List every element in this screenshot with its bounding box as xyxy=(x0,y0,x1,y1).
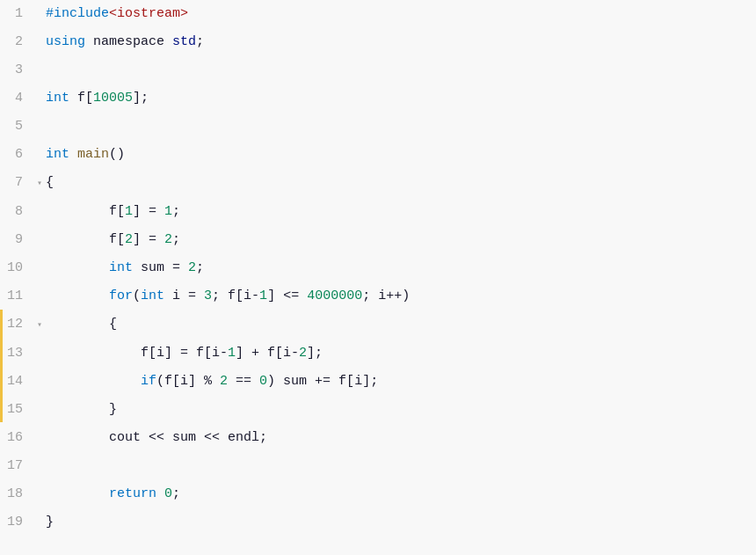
token: f[ xyxy=(46,204,125,219)
line-content: f[i] = f[i-1] + f[i-2]; xyxy=(46,340,756,368)
token: f[ xyxy=(46,232,125,247)
line-number: 1 xyxy=(0,0,33,28)
token: 0 xyxy=(259,374,267,389)
token: 2 xyxy=(164,232,172,247)
code-line: 6int main() xyxy=(0,141,756,169)
line-number: 19 xyxy=(0,508,33,537)
token: for xyxy=(109,288,133,303)
line-content xyxy=(46,113,756,141)
token: cout << sum << endl; xyxy=(46,430,267,445)
line-number: 15 xyxy=(0,396,33,424)
token: } xyxy=(46,402,117,417)
line-number: 4 xyxy=(0,84,33,113)
token: int xyxy=(141,288,164,303)
token: (f[i] % xyxy=(156,374,220,389)
token: ; i++) xyxy=(362,288,410,303)
line-content: { xyxy=(46,310,756,339)
token: ; xyxy=(172,486,180,501)
line-content: } xyxy=(46,396,756,424)
code-line: 8 f[1] = 1; xyxy=(0,198,756,226)
token: } xyxy=(46,515,54,529)
fold-arrow-icon[interactable]: ▾ xyxy=(33,170,46,198)
token: 0 xyxy=(164,486,172,501)
token: namespace xyxy=(85,34,172,49)
token: 1 xyxy=(228,346,236,361)
token: ] = xyxy=(133,232,164,247)
token: #include xyxy=(46,6,109,21)
line-content xyxy=(46,56,756,84)
code-line: 13 f[i] = f[i-1] + f[i-2]; xyxy=(0,340,756,368)
token: ]; xyxy=(133,91,149,106)
line-number: 3 xyxy=(0,56,33,84)
token: 2 xyxy=(299,346,307,361)
code-line: 5 xyxy=(0,113,756,141)
code-line: 3 xyxy=(0,56,756,84)
token: 10005 xyxy=(93,91,133,106)
line-content: #include<iostream> xyxy=(46,0,756,28)
token: f[ xyxy=(69,91,93,106)
line-number: 14 xyxy=(0,368,33,396)
line-content: cout << sum << endl; xyxy=(46,424,756,452)
code-line: 12▾ { xyxy=(0,310,756,340)
code-line: 15 } xyxy=(0,396,756,424)
line-content: } xyxy=(46,508,756,537)
token: ; xyxy=(172,232,180,247)
line-number: 11 xyxy=(0,282,33,310)
token: int xyxy=(46,147,69,162)
token xyxy=(156,486,164,501)
code-line: 4int f[10005]; xyxy=(0,84,756,113)
token: using xyxy=(46,34,85,49)
active-line-indicator xyxy=(0,310,3,422)
token: ; xyxy=(172,204,180,219)
token xyxy=(69,147,77,162)
token: f[i] = f[i- xyxy=(46,346,228,361)
line-content: { xyxy=(46,169,756,197)
line-content: f[2] = 2; xyxy=(46,226,756,254)
line-number: 8 xyxy=(0,198,33,226)
line-number: 17 xyxy=(0,452,33,480)
token: ) sum += f[i]; xyxy=(267,374,378,389)
line-content: f[1] = 1; xyxy=(46,198,756,226)
token: main xyxy=(77,147,109,162)
token xyxy=(46,260,109,275)
token: sum = xyxy=(133,260,188,275)
fold-arrow-icon[interactable]: ▾ xyxy=(33,311,46,340)
line-number: 2 xyxy=(0,28,33,56)
code-line: 9 f[2] = 2; xyxy=(0,226,756,254)
token xyxy=(46,374,141,389)
code-line: 10 int sum = 2; xyxy=(0,254,756,282)
line-content: int sum = 2; xyxy=(46,254,756,282)
token: <iostream> xyxy=(109,6,188,21)
token: return xyxy=(109,486,156,501)
token: ; xyxy=(196,260,204,275)
token: 1 xyxy=(125,204,133,219)
code-line: 2using namespace std; xyxy=(0,28,756,56)
token: if xyxy=(141,374,156,389)
token: int xyxy=(109,260,133,275)
line-number: 18 xyxy=(0,480,33,508)
line-number: 5 xyxy=(0,113,33,141)
line-number: 16 xyxy=(0,424,33,452)
token: 2 xyxy=(188,260,196,275)
line-content: for(int i = 3; f[i-1] <= 4000000; i++) xyxy=(46,282,756,310)
token: i = xyxy=(164,288,204,303)
code-editor: 1#include<iostream>2using namespace std;… xyxy=(0,0,756,555)
code-line: 1#include<iostream> xyxy=(0,0,756,28)
line-content: int main() xyxy=(46,141,756,169)
token: ; xyxy=(196,34,204,49)
line-number: 10 xyxy=(0,254,33,282)
token: 3 xyxy=(204,288,212,303)
token: 1 xyxy=(259,288,267,303)
token: std xyxy=(172,34,196,49)
token: 4000000 xyxy=(307,288,362,303)
line-content: using namespace std; xyxy=(46,28,756,56)
token xyxy=(46,288,109,303)
line-number: 7 xyxy=(0,169,33,197)
code-line: 16 cout << sum << endl; xyxy=(0,424,756,452)
token: == xyxy=(228,374,259,389)
line-content: if(f[i] % 2 == 0) sum += f[i]; xyxy=(46,368,756,396)
token: { xyxy=(46,175,54,190)
token: { xyxy=(46,317,117,332)
line-number: 9 xyxy=(0,226,33,254)
token: ] = xyxy=(133,204,164,219)
